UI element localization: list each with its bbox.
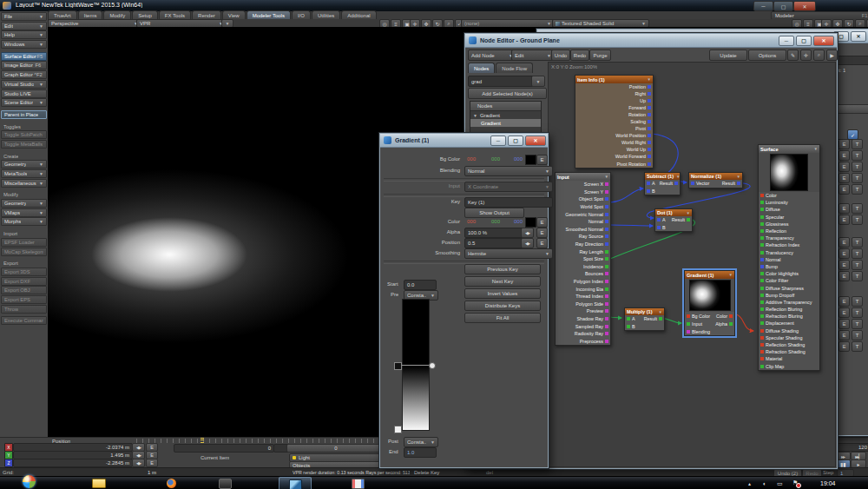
port-dot[interactable] [760, 251, 764, 254]
node-output-port[interactable]: Ray Direction [556, 241, 610, 248]
port-dot[interactable] [760, 287, 764, 290]
node-output-port[interactable]: Pivot [575, 125, 653, 132]
sidebar-item[interactable]: VMaps ▼ [1, 208, 47, 217]
menu-tab[interactable]: View [222, 10, 246, 19]
node-input-port[interactable]: Luminosity [759, 199, 819, 206]
node-output-port[interactable]: Incidence [556, 263, 610, 271]
port-dot[interactable] [605, 182, 608, 186]
port-dot[interactable] [729, 314, 733, 318]
port-dot[interactable] [627, 317, 630, 320]
se-texture-button[interactable]: T [852, 162, 863, 172]
options-button[interactable]: Options [748, 50, 786, 61]
port-dot[interactable] [760, 272, 764, 275]
start-field[interactable]: 0.0 [404, 280, 437, 290]
node-output-port[interactable]: World Up [575, 146, 653, 153]
port-dot[interactable] [760, 258, 764, 261]
port-dot[interactable] [687, 226, 690, 229]
port-dot[interactable] [760, 343, 764, 347]
node-port-row[interactable]: Vector Result [689, 180, 742, 188]
node-search-field[interactable]: grad [468, 76, 536, 87]
port-dot[interactable] [659, 325, 662, 328]
post-dropdown[interactable]: Consta...▼ [404, 437, 438, 447]
sidebar-item[interactable]: Virtual Studio ▼ [1, 80, 47, 89]
port-dot[interactable] [605, 317, 608, 320]
node-output-port[interactable]: World Forward [575, 153, 653, 160]
port-dot[interactable] [648, 148, 651, 151]
port-dot[interactable] [648, 127, 651, 130]
port-dot[interactable] [648, 141, 651, 144]
port-dot[interactable] [605, 294, 608, 298]
color-g[interactable]: 000 [491, 219, 500, 224]
port-dot[interactable] [627, 325, 630, 328]
port-dot[interactable] [605, 242, 608, 246]
node-output-port[interactable]: Radiosity Ray [556, 330, 610, 338]
node-input-port[interactable]: Translucency [759, 249, 819, 256]
port-dot[interactable] [687, 314, 690, 318]
position-stepper[interactable]: ◀▶ [521, 238, 534, 248]
sidebar-item[interactable]: Surface Editor F5 [1, 52, 47, 61]
node-input-port[interactable]: Bump Dropoff [759, 292, 819, 299]
port-dot[interactable] [760, 265, 764, 268]
sidebar-item[interactable]: Export OBJ [1, 286, 47, 294]
sidebar-item[interactable]: Miscellaneous ▼ [1, 179, 47, 188]
image-viewer-taskbar-icon[interactable] [279, 477, 312, 489]
key-action-button[interactable]: Previous Key [464, 264, 541, 274]
redo-node-button[interactable]: Redo [570, 50, 589, 61]
sidebar-item[interactable]: Morphs ▼ [1, 217, 47, 226]
port-dot[interactable] [605, 287, 608, 291]
node-output-port[interactable]: Smoothed Normal [556, 226, 610, 234]
node-gradient[interactable]: Gradient (1)▼ Bg Color Color Input Alpha… [684, 270, 735, 336]
node-port-row[interactable]: B [645, 188, 680, 195]
color-r[interactable]: 000 [467, 219, 476, 224]
port-dot[interactable] [605, 213, 608, 216]
port-dot[interactable] [729, 322, 733, 326]
pan-icon[interactable]: ✛ [800, 50, 812, 61]
sidebar-item[interactable]: Modify [1, 191, 47, 198]
sidebar-item[interactable]: Scene Editor ▼ [1, 98, 47, 107]
se-envelope-button[interactable]: E [838, 237, 850, 248]
sidebar-item[interactable]: Geometry ▼ [1, 160, 47, 169]
menu-tab[interactable]: Utilities [312, 10, 340, 19]
node-output-port[interactable]: Scaling [575, 118, 653, 125]
port-dot[interactable] [760, 357, 764, 360]
ne-maximize-button[interactable]: ▢ [796, 36, 812, 46]
key-action-button[interactable]: Fit All [464, 313, 541, 323]
position-envelope-button[interactable]: E [536, 238, 548, 248]
color-b[interactable]: 000 [514, 219, 523, 224]
ne-minimize-button[interactable]: ─ [779, 36, 794, 46]
add-selected-button[interactable]: Add Selected Node(s) [468, 88, 547, 99]
node-output-port[interactable]: Polygon Index [556, 278, 610, 286]
node-output-port[interactable]: Sampled Ray [556, 322, 610, 330]
sidebar-item[interactable]: Create [1, 153, 47, 160]
node-input-port[interactable]: Normal [759, 256, 819, 263]
chevron-down-icon[interactable]: ▼ [687, 211, 690, 215]
envelope-button[interactable]: E [146, 459, 158, 467]
node-input-port[interactable]: Bump [759, 263, 819, 270]
chevron-down-icon[interactable]: ▼ [648, 77, 651, 82]
se-texture-button[interactable]: T [852, 341, 863, 352]
menu-tab[interactable]: Setup [132, 10, 158, 19]
sidebar-item[interactable]: EPSF Loader [1, 238, 47, 247]
node-output-port[interactable]: Rotation [575, 111, 653, 118]
port-dot[interactable] [659, 317, 662, 320]
port-dot[interactable] [605, 197, 608, 201]
port-dot[interactable] [648, 106, 651, 109]
port-dot[interactable] [760, 307, 764, 311]
port-dot[interactable] [605, 325, 608, 328]
zoom-icon[interactable]: ⌕ [813, 50, 825, 61]
node-port-row[interactable]: A Result [645, 180, 680, 188]
node-output-port[interactable]: Polygon Side [556, 301, 610, 308]
port-dot[interactable] [760, 279, 764, 282]
gd-maximize-button[interactable]: ▢ [508, 135, 523, 146]
sidebar-item[interactable]: Toggles [1, 123, 47, 130]
node-output-port[interactable]: Incoming Eta [556, 285, 610, 293]
port-dot[interactable] [605, 340, 608, 343]
node-output-port[interactable]: Preprocess [556, 337, 610, 345]
node-output-port[interactable]: World Position [575, 132, 653, 139]
edit-dropdown[interactable]: Edit▼ [511, 50, 555, 61]
port-dot[interactable] [605, 250, 608, 254]
alpha-field[interactable]: 100.0 % [464, 228, 526, 238]
port-dot[interactable] [760, 321, 764, 325]
se-envelope-button[interactable]: E [838, 319, 850, 329]
chevron-down-icon[interactable]: ▼ [676, 175, 680, 179]
